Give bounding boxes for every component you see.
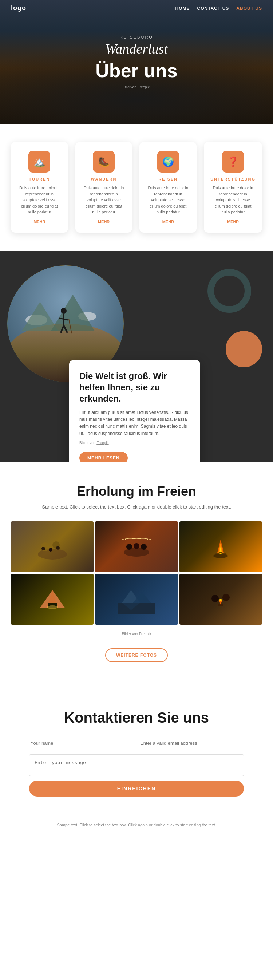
explore-deco-ring	[208, 269, 251, 313]
service-title-1: WANDERN	[82, 177, 126, 181]
photo-cell-1	[11, 521, 94, 572]
service-title-2: REISEN	[146, 177, 190, 181]
svg-point-41	[222, 594, 230, 601]
photo-cell-3	[179, 521, 262, 572]
explore-section: Die Welt ist groß. Wir helfen Ihnen, sie…	[0, 251, 273, 462]
svg-point-6	[61, 308, 67, 314]
footer-text: Sampe text. Click to select the text box…	[11, 822, 262, 828]
gallery-title: Erholung im Freien	[11, 484, 262, 499]
service-text-2: Duis aute irure dolor in reprehenderit i…	[146, 185, 190, 215]
photo-row-1	[11, 521, 262, 572]
services-section: 🏔️ TOUREN Duis aute irure dolor in repre…	[0, 124, 273, 251]
contact-message-textarea[interactable]	[29, 754, 244, 776]
photo-row-2	[11, 574, 262, 625]
svg-point-17	[56, 546, 60, 550]
photo-icon-6	[202, 585, 239, 614]
photo-icon-2	[118, 532, 155, 562]
svg-point-21	[141, 544, 147, 550]
gallery-credit-link[interactable]: Freepik	[139, 632, 151, 636]
svg-point-16	[49, 548, 52, 552]
hero-brand: Wanderlust	[95, 41, 177, 57]
service-title-3: UNTERSTÜTZUNG	[210, 177, 256, 181]
svg-point-19	[126, 544, 132, 550]
explore-card-title: Die Welt ist groß. Wir helfen Ihnen, sie…	[79, 370, 190, 404]
gallery-subtitle: Sample text. Click to select the text bo…	[11, 503, 262, 511]
service-card-0: 🏔️ TOUREN Duis aute irure dolor in repre…	[11, 142, 68, 232]
more-photos-button[interactable]: WEITERE FOTOS	[105, 648, 168, 662]
explore-credit: Bilder von Freepik	[79, 440, 190, 446]
service-card-3: ❓ UNTERSTÜTZUNG Duis aute irure dolor in…	[204, 142, 262, 232]
nav-home[interactable]: HOME	[175, 6, 190, 11]
service-icon-3: ❓	[222, 151, 244, 173]
service-text-0: Duis aute irure dolor in reprehenderit i…	[17, 185, 62, 215]
service-text-1: Duis aute irure dolor in reprehenderit i…	[82, 185, 126, 215]
svg-point-40	[211, 595, 219, 602]
service-icon-2: 🌍	[157, 151, 179, 173]
contact-title: Kontaktieren Sie uns	[29, 710, 244, 726]
svg-point-23	[132, 538, 133, 539]
photo-grid	[11, 521, 262, 625]
photo-cell-5	[95, 574, 178, 625]
photo-icon-3	[202, 532, 239, 562]
hero-title: Über uns	[95, 60, 177, 81]
svg-point-20	[133, 543, 140, 549]
service-icon-0: 🏔️	[29, 151, 50, 173]
footer: Sampe text. Click to select the text box…	[0, 815, 273, 839]
photo-icon-1	[34, 532, 71, 562]
logo: logo	[11, 4, 26, 12]
photo-cell-2	[95, 521, 178, 572]
photo-cell-4	[11, 574, 94, 625]
nav-about[interactable]: ABOUT US	[236, 6, 262, 11]
hero-section: REISEBÜRO Wanderlust Über uns Bild von F…	[0, 0, 273, 124]
hero-content: REISEBÜRO Wanderlust Über uns Bild von F…	[95, 35, 177, 89]
nav-links: HOME CONTACT US ABOUT US	[175, 6, 262, 11]
contact-form: EINREICHEN	[29, 737, 244, 797]
explore-card-text: Elit ut aliquam purus sit amet luctus ve…	[79, 409, 190, 437]
contact-section: Kontaktieren Sie uns EINREICHEN	[0, 688, 273, 815]
service-card-1: 🥾 WANDERN Duis aute irure dolor in repre…	[75, 142, 132, 232]
contact-email-input[interactable]	[139, 737, 244, 750]
explore-credit-link[interactable]: Freepik	[97, 441, 108, 445]
navigation: logo HOME CONTACT US ABOUT US	[0, 0, 273, 16]
svg-point-25	[147, 539, 148, 540]
service-title-0: TOUREN	[17, 177, 62, 181]
contact-name-input[interactable]	[29, 737, 134, 750]
service-link-1[interactable]: MEHR	[82, 220, 126, 224]
photo-icon-5	[118, 585, 155, 614]
nav-contact[interactable]: CONTACT US	[197, 6, 229, 11]
photo-cell-6	[179, 574, 262, 625]
hero-credit: Bild von Freepik	[95, 85, 177, 89]
service-link-3[interactable]: MEHR	[210, 220, 256, 224]
contact-form-row-1	[29, 737, 244, 750]
gallery-section: Erholung im Freien Sample text. Click to…	[0, 462, 273, 688]
hero-subtitle: REISEBÜRO	[95, 35, 177, 39]
svg-point-24	[140, 538, 141, 539]
svg-point-22	[125, 539, 126, 540]
hero-credit-link[interactable]: Freepik	[138, 85, 149, 89]
photo-icon-4	[34, 585, 71, 614]
explore-deco-dot	[226, 331, 262, 368]
contact-submit-button[interactable]: EINREICHEN	[29, 781, 244, 797]
explore-read-more-button[interactable]: MEHR LESEN	[79, 452, 128, 462]
service-text-3: Duis aute irure dolor in reprehenderit i…	[210, 185, 256, 215]
svg-point-43	[219, 599, 222, 601]
service-icon-1: 🥾	[93, 151, 115, 173]
svg-point-44	[217, 604, 224, 606]
svg-point-12	[38, 549, 67, 560]
svg-point-15	[41, 547, 45, 550]
service-link-2[interactable]: MEHR	[146, 220, 190, 224]
service-link-0[interactable]: MEHR	[17, 220, 62, 224]
svg-point-35	[47, 605, 58, 609]
service-card-2: 🌍 REISEN Duis aute irure dolor in repreh…	[140, 142, 197, 232]
explore-card: Die Welt ist groß. Wir helfen Ihnen, sie…	[69, 360, 200, 462]
gallery-credit: Bilder von Freepik	[11, 632, 262, 636]
